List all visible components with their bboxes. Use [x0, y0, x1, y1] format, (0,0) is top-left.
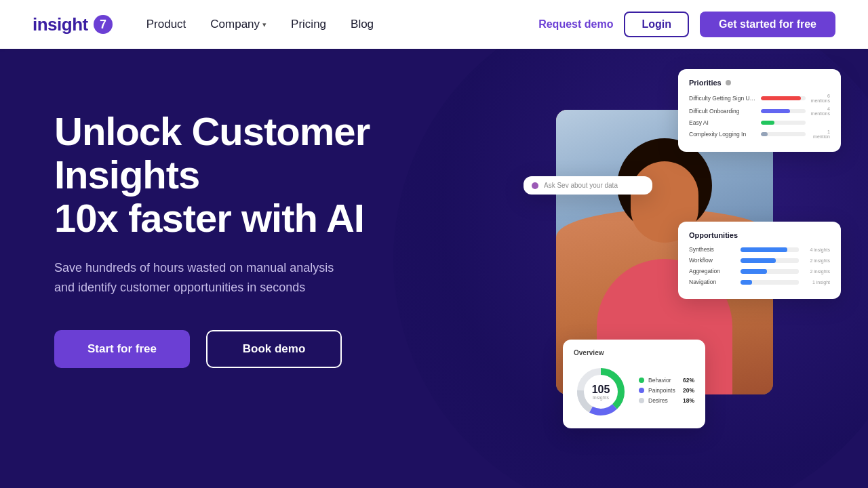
opp-bar-bg-4	[741, 280, 799, 285]
opp-row-3: Aggregation 2 insights	[689, 268, 830, 274]
donut-chart: 105 Insights	[574, 365, 628, 419]
legend-dot-desires	[639, 398, 644, 403]
logo[interactable]: insight 7	[33, 14, 114, 35]
priority-row-3: Easy AI	[689, 119, 830, 126]
priority-row-2: Difficult Onboarding 4 mentions	[689, 106, 830, 116]
legend-label-behavior: Behavior	[648, 377, 671, 384]
priority-count-2: 4 mentions	[810, 106, 830, 116]
donut-center: 105 Insights	[592, 384, 610, 400]
login-button[interactable]: Login	[624, 12, 689, 37]
priority-label-1: Difficulty Getting Sign Up Tags	[689, 95, 757, 102]
svg-text:7: 7	[100, 18, 106, 31]
legend-label-desires: Desires	[648, 397, 668, 404]
priority-label-2: Difficult Onboarding	[689, 108, 757, 115]
opp-bar-bg-3	[741, 269, 799, 274]
logo-icon: 7	[92, 14, 114, 35]
chevron-down-icon: ▾	[262, 20, 267, 29]
legend-pct-behavior: 62%	[683, 377, 694, 384]
opp-label-4: Navigation	[689, 279, 736, 285]
priority-bar-fill-4	[761, 132, 768, 136]
book-demo-button[interactable]: Book demo	[206, 330, 342, 368]
card-opportunities: Opportunities Synthesis 4 insights Workf…	[678, 222, 841, 299]
overview-title: Overview	[574, 349, 694, 357]
hero-subtitle: Save hundreds of hours wasted on manual …	[54, 258, 353, 298]
main-nav: Product Company ▾ Pricing Blog	[146, 18, 538, 31]
priority-bar-bg-4	[761, 132, 806, 136]
opp-row-4: Navigation 1 insight	[689, 279, 830, 285]
opp-label-2: Workflow	[689, 257, 736, 264]
nav-blog[interactable]: Blog	[351, 18, 374, 31]
nav-pricing[interactable]: Pricing	[291, 18, 326, 31]
priority-row-1: Difficulty Getting Sign Up Tags 6 mentio…	[689, 94, 830, 103]
priority-bar-fill-1	[761, 96, 801, 100]
priority-bar-fill-3	[761, 121, 774, 125]
opp-bar-bg-1	[741, 247, 799, 252]
opp-bar-bg-2	[741, 258, 799, 263]
overview-body: 105 Insights Behavior 62% Painpoints 20%	[574, 365, 694, 419]
priority-row-4: Complexity Logging In 1 mention	[689, 129, 830, 139]
card-opportunities-title: Opportunities	[689, 231, 830, 239]
opp-count-1: 4 insights	[803, 247, 830, 252]
opp-bar-fill-4	[741, 280, 752, 285]
priority-bar-bg-1	[761, 96, 806, 100]
legend-dot-painpoints	[639, 388, 644, 393]
card-priorities-title: Priorities	[689, 79, 830, 87]
hero-content: Unlock Customer Insights 10x faster with…	[0, 49, 380, 368]
legend-behavior: Behavior 62%	[639, 377, 694, 384]
priority-label-4: Complexity Logging In	[689, 131, 757, 138]
priority-bar-fill-2	[761, 109, 790, 113]
hero-visuals: Ask Sev about your data Priorities Diffi…	[420, 69, 841, 469]
priority-count-1: 6 mentions	[810, 94, 830, 103]
hero-buttons: Start for free Book demo	[54, 330, 380, 368]
logo-text: insight	[33, 14, 88, 35]
legend-painpoints: Painpoints 20%	[639, 387, 694, 394]
card-overview: Overview 105 Insights	[563, 340, 705, 428]
opp-count-3: 2 insights	[803, 269, 830, 274]
legend-desires: Desires 18%	[639, 397, 694, 404]
legend-pct-desires: 18%	[683, 397, 694, 404]
nav-product[interactable]: Product	[146, 18, 186, 31]
opp-label-3: Aggregation	[689, 268, 736, 274]
priority-bar-bg-2	[761, 109, 806, 113]
legend-dot-behavior	[639, 378, 644, 383]
get-started-button[interactable]: Get started for free	[700, 12, 835, 37]
search-icon	[532, 182, 538, 189]
hero-title: Unlock Customer Insights 10x faster with…	[54, 110, 380, 239]
search-placeholder: Ask Sev about your data	[544, 182, 618, 189]
card-search: Ask Sev about your data	[524, 176, 652, 195]
opp-count-2: 2 insights	[803, 258, 830, 263]
header-actions: Request demo Login Get started for free	[538, 12, 835, 37]
priorities-dot	[726, 80, 731, 85]
opp-bar-fill-3	[741, 269, 767, 274]
legend-label-painpoints: Painpoints	[648, 387, 675, 394]
priority-count-4: 1 mention	[810, 129, 830, 139]
opp-bar-fill-2	[741, 258, 776, 263]
site-header: insight 7 Product Company ▾ Pricing Blog…	[0, 0, 868, 49]
donut-label: Insights	[592, 395, 610, 400]
hero-section: Unlock Customer Insights 10x faster with…	[0, 49, 868, 488]
start-free-button[interactable]: Start for free	[54, 330, 190, 368]
donut-number: 105	[592, 384, 610, 395]
opp-bar-fill-1	[741, 247, 787, 252]
nav-company[interactable]: Company ▾	[210, 18, 267, 31]
overview-legend: Behavior 62% Painpoints 20% Desires 18%	[639, 377, 694, 407]
opp-row-2: Workflow 2 insights	[689, 257, 830, 264]
legend-pct-painpoints: 20%	[683, 387, 694, 394]
card-priorities: Priorities Difficulty Getting Sign Up Ta…	[678, 69, 841, 152]
priority-bar-bg-3	[761, 121, 806, 125]
priority-label-3: Easy AI	[689, 119, 757, 126]
opp-count-4: 1 insight	[803, 280, 830, 285]
opp-row-1: Synthesis 4 insights	[689, 246, 830, 253]
request-demo-button[interactable]: Request demo	[538, 18, 613, 30]
opp-label-1: Synthesis	[689, 246, 736, 253]
